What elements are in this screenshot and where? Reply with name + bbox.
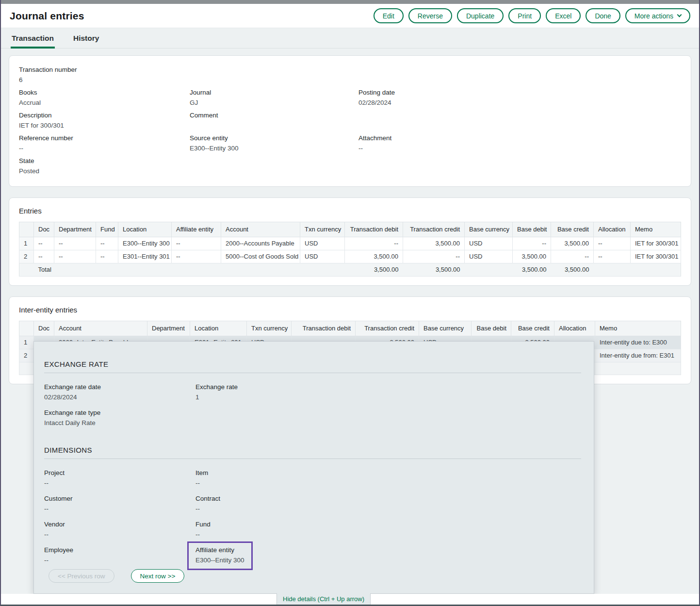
column-header: Account — [221, 222, 300, 237]
total-cell — [118, 263, 172, 277]
field-label: Description — [19, 111, 190, 119]
row-number: 2 — [19, 349, 34, 362]
field-label: Comment — [190, 111, 358, 119]
field-label: Books — [19, 88, 190, 97]
dimensions-heading: DIMENSIONS — [44, 446, 581, 454]
total-transaction-credit: 3,500.00 — [403, 263, 465, 277]
cell-location: E300--Entity 300 — [118, 237, 172, 250]
field-value: -- — [195, 530, 581, 539]
window-top-strip — [1, 0, 699, 4]
tab-transaction[interactable]: Transaction — [11, 34, 55, 48]
entries-row-2[interactable]: 2 -- -- -- E301--Entity 301 -- 5000--Cos… — [19, 250, 681, 263]
column-header: Base credit — [551, 222, 594, 237]
field-label: Affiliate entity — [195, 546, 244, 554]
column-header: Base debit — [513, 222, 551, 237]
cell-txn-currency: USD — [300, 237, 345, 250]
field-fund: Fund -- — [195, 520, 581, 539]
field-label: State — [19, 157, 190, 165]
edit-button[interactable]: Edit — [374, 8, 404, 23]
chevron-down-icon — [677, 13, 682, 17]
field-label: Customer — [44, 494, 195, 503]
action-toolbar: Edit Reverse Duplicate Print Excel Done … — [374, 8, 690, 23]
cell-doc: -- — [34, 250, 54, 263]
field-state: State Posted — [19, 157, 190, 175]
column-header: Allocation — [594, 222, 631, 237]
total-base-credit: 3,500.00 — [551, 263, 594, 277]
cell-base-debit: -- — [513, 237, 551, 250]
column-header: Allocation — [554, 321, 595, 336]
field-value: 02/28/2024 — [358, 98, 681, 107]
field-label: Contract — [195, 494, 581, 503]
duplicate-button[interactable]: Duplicate — [457, 8, 504, 23]
row-number: 2 — [19, 250, 34, 263]
field-value: -- — [44, 556, 195, 564]
column-header — [19, 222, 34, 237]
column-header: Transaction credit — [403, 222, 465, 237]
column-header — [19, 321, 34, 336]
total-cell — [19, 362, 34, 375]
tab-history[interactable]: History — [72, 34, 100, 48]
total-cell — [19, 263, 34, 277]
column-header: Affiliate entity — [172, 222, 221, 237]
hide-details-tab[interactable]: Hide details (Ctrl + Up arrow) — [277, 593, 371, 605]
cell-transaction-credit: -- — [403, 250, 465, 263]
column-header: Txn currency — [247, 321, 292, 336]
reverse-button[interactable]: Reverse — [408, 8, 452, 23]
exchange-rate-grid: Exchange rate date 02/28/2024 Exchange r… — [44, 383, 581, 434]
column-header: Account — [54, 321, 147, 336]
entries-total-row: Total 3,500.00 3,500.00 3,500.00 3,500.0… — [19, 263, 681, 277]
dimensions-section: DIMENSIONS Project -- Item -- Customer -… — [44, 446, 581, 577]
cell-memo: IET for 300/301 — [631, 250, 681, 263]
total-cell — [172, 263, 221, 277]
column-header: Location — [190, 321, 247, 336]
field-label: Exchange rate type — [44, 409, 195, 417]
field-attachment: Attachment -- — [358, 134, 681, 152]
journal-entries-screen: Journal entries Edit Reverse Duplicate P… — [0, 0, 700, 606]
total-cell — [300, 263, 345, 277]
print-button[interactable]: Print — [508, 8, 541, 23]
page-header: Journal entries Edit Reverse Duplicate P… — [1, 4, 699, 28]
column-header: Department — [147, 321, 190, 336]
field-label: Fund — [195, 520, 581, 528]
field-value: Posted — [19, 167, 190, 175]
column-header: Location — [118, 222, 172, 237]
excel-button[interactable]: Excel — [546, 8, 581, 23]
field-employee: Employee -- — [44, 546, 195, 570]
total-base-debit: 3,500.00 — [513, 263, 551, 277]
cell-transaction-debit: 3,500.00 — [345, 250, 403, 263]
more-actions-button[interactable]: More actions — [625, 8, 690, 23]
column-header: Transaction credit — [356, 321, 419, 336]
field-value: -- — [44, 530, 195, 539]
field-value: -- — [44, 505, 195, 513]
column-header: Fund — [96, 222, 118, 237]
previous-row-button[interactable]: << Previous row — [49, 569, 114, 583]
cell-transaction-credit: 3,500.00 — [403, 237, 465, 250]
field-label: Posting date — [358, 88, 681, 97]
inter-entity-header-row: Doc Account Department Location Txn curr… — [19, 321, 681, 336]
cell-fund: -- — [96, 250, 118, 263]
entries-row-1[interactable]: 1 -- -- -- E300--Entity 300 -- 2000--Acc… — [19, 237, 681, 250]
column-header: Base currency — [419, 321, 472, 336]
entries-header-row: Doc Department Fund Location Affiliate e… — [19, 222, 681, 237]
exchange-rate-heading: EXCHANGE RATE — [44, 360, 581, 368]
cell-fund: -- — [96, 237, 118, 250]
field-value: GJ — [190, 98, 358, 107]
field-value: 6 — [19, 76, 190, 84]
cell-base-debit: 3,500.00 — [513, 250, 551, 263]
section-divider — [44, 373, 581, 373]
cell-affiliate-entity: -- — [172, 250, 221, 263]
total-label: Total — [34, 263, 54, 277]
total-transaction-debit: 3,500.00 — [345, 263, 403, 277]
field-affiliate-entity-highlighted: Affiliate entity E300--Entity 300 — [195, 546, 581, 570]
field-contract: Contract -- — [195, 494, 581, 513]
next-row-button[interactable]: Next row >> — [131, 569, 185, 583]
done-button[interactable]: Done — [586, 8, 620, 23]
field-value: -- — [44, 479, 195, 487]
entries-card: Entries Doc Department Fund Location Aff… — [9, 197, 691, 286]
cell-memo: Inter-entity due from: E301 — [595, 349, 681, 362]
row-number: 1 — [19, 336, 34, 349]
column-header: Department — [54, 222, 96, 237]
page-title: Journal entries — [10, 10, 84, 22]
cell-base-credit: 3,500.00 — [551, 237, 594, 250]
cell-account: 2000--Accounts Payable — [221, 237, 300, 250]
